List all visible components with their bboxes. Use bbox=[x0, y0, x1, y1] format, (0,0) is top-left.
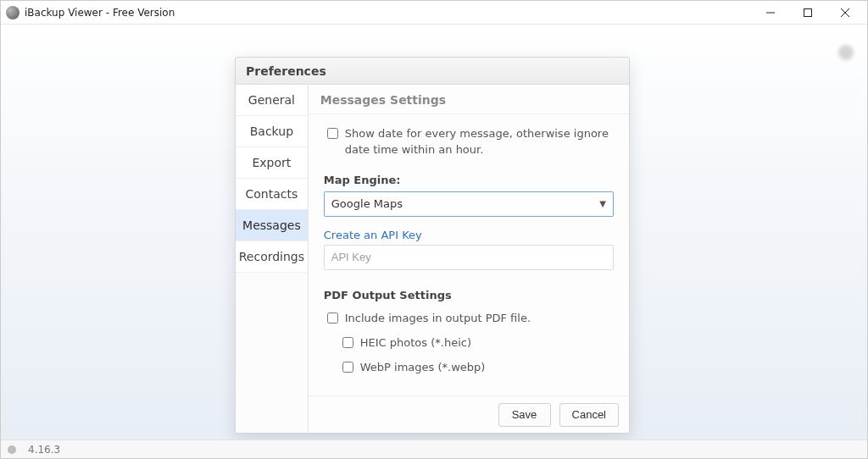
pdf-output-label: PDF Output Settings bbox=[324, 289, 614, 301]
svg-rect-1 bbox=[804, 8, 812, 16]
save-button[interactable]: Save bbox=[498, 403, 551, 427]
dialog-title: Preferences bbox=[236, 58, 629, 85]
panel-title: Messages Settings bbox=[309, 85, 629, 114]
tab-recordings[interactable]: Recordings bbox=[236, 241, 308, 273]
heic-label: HEIC photos (*.heic) bbox=[360, 336, 471, 349]
tab-contacts[interactable]: Contacts bbox=[236, 179, 308, 210]
close-button[interactable] bbox=[826, 1, 864, 25]
client-area: Preferences General Backup Export Contac… bbox=[1, 25, 867, 440]
create-api-key-link[interactable]: Create an API Key bbox=[324, 229, 422, 241]
include-images-label: Include images in output PDF file. bbox=[345, 312, 531, 324]
show-date-label: Show date for every message, otherwise i… bbox=[345, 126, 614, 158]
minimize-button[interactable] bbox=[752, 1, 789, 25]
chevron-down-icon: ▼ bbox=[599, 199, 606, 208]
tab-messages[interactable]: Messages bbox=[236, 210, 308, 241]
tab-export[interactable]: Export bbox=[236, 147, 308, 179]
dialog-footer: Save Cancel bbox=[309, 395, 629, 433]
app-icon bbox=[6, 6, 19, 19]
show-date-checkbox[interactable] bbox=[327, 128, 338, 139]
heic-checkbox[interactable] bbox=[342, 337, 353, 348]
window-title: iBackup Viewer - Free Version bbox=[25, 7, 175, 19]
titlebar: iBackup Viewer - Free Version bbox=[1, 1, 867, 25]
background-indicator-icon bbox=[838, 45, 854, 60]
statusbar: 4.16.3 bbox=[1, 440, 867, 458]
version-label: 4.16.3 bbox=[28, 444, 60, 456]
map-engine-value: Google Maps bbox=[331, 197, 403, 210]
tab-general[interactable]: General bbox=[236, 85, 308, 116]
maximize-button[interactable] bbox=[789, 1, 826, 25]
status-indicator-icon bbox=[8, 445, 16, 454]
map-engine-label: Map Engine: bbox=[324, 174, 614, 186]
webp-label: WebP images (*.webp) bbox=[360, 361, 486, 373]
map-engine-select[interactable]: Google Maps ▼ bbox=[324, 191, 614, 217]
tab-backup[interactable]: Backup bbox=[236, 116, 308, 147]
cancel-button[interactable]: Cancel bbox=[559, 403, 619, 427]
webp-checkbox[interactable] bbox=[342, 362, 353, 373]
preferences-dialog: Preferences General Backup Export Contac… bbox=[235, 57, 630, 434]
api-key-input[interactable] bbox=[324, 245, 614, 270]
include-images-checkbox[interactable] bbox=[327, 312, 338, 324]
settings-panel: Messages Settings Show date for every me… bbox=[309, 85, 629, 433]
dialog-tabs: General Backup Export Contacts Messages … bbox=[236, 85, 309, 433]
